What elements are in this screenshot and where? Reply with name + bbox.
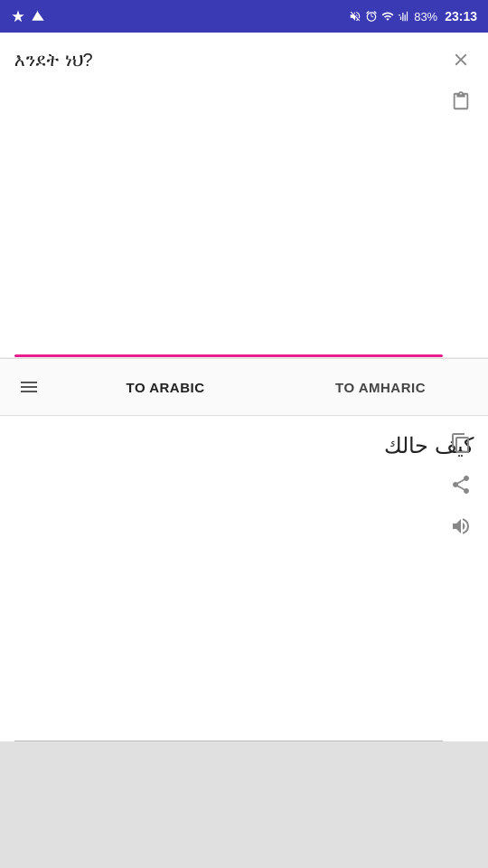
status-left-icons	[11, 9, 45, 24]
output-text: كيف حالك	[14, 430, 474, 503]
tab-to-arabic[interactable]: TO ARABIC	[58, 358, 273, 416]
copy-button[interactable]	[445, 427, 477, 459]
input-text[interactable]: እንደት ነህ?	[14, 47, 474, 119]
time-display: 23:13	[445, 9, 477, 24]
output-card: كيف حالك	[0, 416, 488, 741]
input-card: እንደት ነህ?	[0, 33, 488, 358]
alarm-icon	[365, 10, 378, 23]
input-underline	[14, 354, 443, 357]
clipboard-button[interactable]	[445, 85, 477, 118]
wifi-icon	[381, 10, 394, 23]
close-button[interactable]	[445, 43, 477, 76]
signal-icon	[398, 10, 410, 23]
status-right-icons: 83% 23:13	[349, 9, 477, 24]
output-actions	[445, 427, 477, 542]
language-bar: TO ARABIC TO AMHARIC	[0, 358, 488, 416]
volume-off-icon	[349, 10, 361, 23]
star-icon	[11, 9, 25, 24]
menu-button[interactable]	[0, 358, 58, 416]
status-bar: 83% 23:13	[0, 0, 488, 33]
share-button[interactable]	[445, 468, 477, 501]
output-underline	[14, 741, 443, 741]
tab-to-amharic[interactable]: TO AMHARIC	[273, 358, 488, 416]
input-actions	[445, 43, 477, 118]
nav-icon	[31, 9, 45, 24]
speaker-button[interactable]	[445, 510, 477, 542]
battery-text: 83%	[414, 10, 437, 24]
